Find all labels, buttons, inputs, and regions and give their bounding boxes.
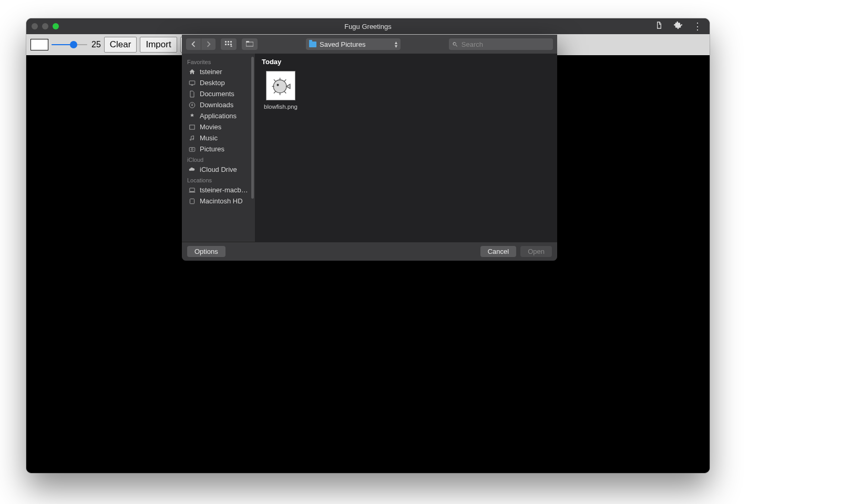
folder-icon (309, 42, 316, 47)
svg-rect-11 (190, 125, 194, 129)
sidebar-item-computer[interactable]: tsteiner-macb… (182, 184, 255, 196)
nav-back-forward (186, 38, 216, 50)
import-button[interactable]: Import (140, 37, 177, 53)
sidebar-item-icloud-drive[interactable]: iCloud Drive (182, 164, 255, 175)
svg-rect-0 (225, 41, 227, 43)
svg-rect-5 (230, 44, 232, 45)
app-window: Fugu Greetings ⋮ 25 Clear Import Export (26, 18, 710, 473)
color-swatch[interactable] (30, 39, 48, 50)
svg-rect-12 (189, 147, 195, 151)
file-thumbnail (266, 71, 295, 100)
svg-rect-8 (189, 80, 195, 84)
chevron-updown-icon: ▴▾ (395, 40, 397, 48)
open-file-dialog: Saved Pictures ▴▾ Favorites tsteiner Des… (182, 35, 557, 261)
brush-size-value: 25 (91, 40, 101, 49)
open-dialog-sidebar: Favorites tsteiner Desktop Documents Dow… (182, 54, 255, 242)
file-item[interactable]: blowfish.png (262, 71, 300, 110)
sidebar-scrollbar[interactable] (251, 57, 254, 239)
sidebar-group-favorites: Favorites (182, 57, 255, 66)
svg-rect-6 (246, 42, 253, 46)
blowfish-icon (269, 74, 292, 97)
extensions-icon[interactable] (674, 21, 682, 32)
clear-button[interactable]: Clear (104, 37, 137, 53)
svg-line-25 (284, 91, 286, 93)
sidebar-item-documents[interactable]: Documents (182, 88, 255, 99)
cancel-button[interactable]: Cancel (480, 246, 516, 257)
sidebar-item-home[interactable]: tsteiner (182, 66, 255, 77)
forward-button[interactable] (201, 38, 216, 50)
svg-point-13 (191, 148, 193, 150)
document-icon[interactable] (655, 21, 663, 32)
search-field[interactable] (449, 38, 553, 50)
svg-line-23 (274, 91, 275, 93)
search-input[interactable] (461, 40, 550, 48)
minimize-window-button[interactable] (42, 23, 48, 29)
svg-point-17 (273, 80, 286, 93)
search-icon (452, 41, 458, 48)
window-title: Fugu Greetings (344, 23, 392, 30)
open-dialog-content: Today (255, 54, 557, 242)
svg-line-20 (274, 79, 275, 81)
sidebar-group-icloud: iCloud (182, 155, 255, 164)
sidebar-item-pictures[interactable]: Pictures (182, 143, 255, 155)
sidebar-item-music[interactable]: Music (182, 132, 255, 143)
more-menu-icon[interactable]: ⋮ (693, 22, 704, 31)
open-button[interactable]: Open (520, 246, 552, 257)
svg-rect-3 (225, 44, 227, 45)
options-button[interactable]: Options (187, 246, 225, 257)
svg-rect-1 (228, 41, 229, 43)
open-dialog-toolbar: Saved Pictures ▴▾ (182, 35, 557, 54)
title-bar: Fugu Greetings ⋮ (26, 18, 710, 34)
svg-point-18 (276, 84, 279, 86)
sidebar-item-disk[interactable]: Macintosh HD (182, 196, 255, 207)
sidebar-group-locations: Locations (182, 175, 255, 184)
svg-rect-14 (190, 188, 194, 191)
svg-rect-2 (230, 41, 232, 43)
group-by-button[interactable] (242, 38, 258, 50)
sidebar-item-downloads[interactable]: Downloads (182, 99, 255, 110)
sidebar-item-applications[interactable]: Applications (182, 110, 255, 121)
svg-rect-7 (246, 41, 249, 43)
content-section-label: Today (255, 54, 557, 68)
svg-rect-9 (191, 85, 193, 85)
view-mode-segment[interactable] (221, 38, 237, 50)
sidebar-item-movies[interactable]: Movies (182, 121, 255, 132)
traffic-lights (32, 23, 59, 29)
svg-rect-4 (228, 44, 229, 45)
location-popup[interactable]: Saved Pictures ▴▾ (306, 38, 401, 50)
svg-rect-16 (190, 199, 194, 203)
zoom-window-button[interactable] (53, 23, 59, 29)
sidebar-item-desktop[interactable]: Desktop (182, 77, 255, 88)
file-name: blowfish.png (264, 104, 298, 110)
close-window-button[interactable] (32, 23, 38, 29)
open-dialog-footer: Options Cancel Open (182, 242, 557, 261)
svg-line-21 (284, 79, 286, 81)
back-button[interactable] (186, 38, 201, 50)
location-label: Saved Pictures (320, 40, 365, 48)
svg-rect-15 (189, 191, 196, 192)
brush-size-slider[interactable] (52, 43, 87, 46)
